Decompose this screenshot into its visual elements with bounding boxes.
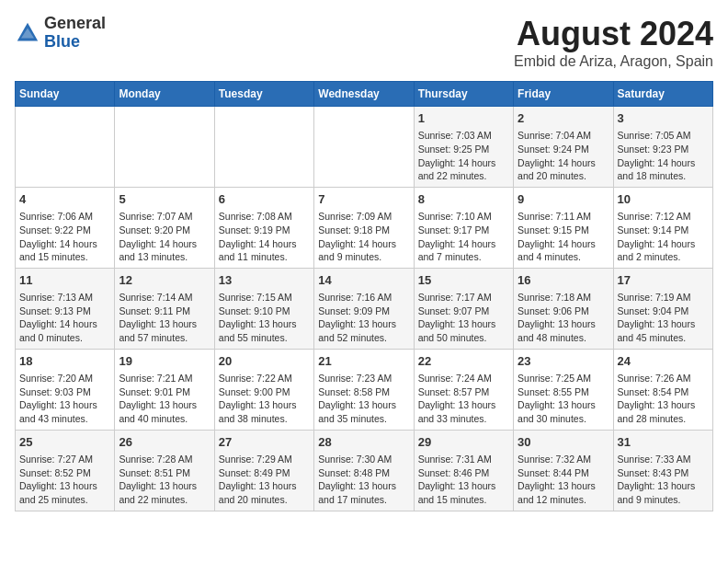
calendar-cell: 5Sunrise: 7:07 AM Sunset: 9:20 PM Daylig… (115, 187, 214, 268)
day-number: 20 (219, 353, 310, 370)
calendar-cell: 21Sunrise: 7:23 AM Sunset: 8:58 PM Dayli… (314, 349, 414, 430)
day-number: 12 (119, 272, 210, 289)
calendar-cell: 26Sunrise: 7:28 AM Sunset: 8:51 PM Dayli… (115, 430, 214, 511)
calendar-cell (314, 107, 414, 188)
day-number: 1 (418, 110, 509, 127)
header-cell-thursday: Thursday (414, 82, 513, 107)
day-info: Sunrise: 7:10 AM Sunset: 9:17 PM Dayligh… (418, 210, 509, 264)
calendar-week-2: 4Sunrise: 7:06 AM Sunset: 9:22 PM Daylig… (16, 187, 713, 268)
calendar-table: SundayMondayTuesdayWednesdayThursdayFrid… (15, 81, 713, 511)
header-row: SundayMondayTuesdayWednesdayThursdayFrid… (16, 82, 713, 107)
calendar-cell: 18Sunrise: 7:20 AM Sunset: 9:03 PM Dayli… (16, 349, 115, 430)
day-number: 13 (219, 272, 310, 289)
day-info: Sunrise: 7:24 AM Sunset: 8:57 PM Dayligh… (418, 372, 509, 426)
calendar-cell (16, 107, 115, 188)
logo-blue: Blue (44, 33, 106, 52)
calendar-cell: 11Sunrise: 7:13 AM Sunset: 9:13 PM Dayli… (16, 268, 115, 349)
logo-general: General (44, 15, 106, 33)
day-info: Sunrise: 7:25 AM Sunset: 8:55 PM Dayligh… (518, 372, 609, 426)
day-info: Sunrise: 7:14 AM Sunset: 9:11 PM Dayligh… (119, 291, 210, 345)
calendar-cell: 7Sunrise: 7:09 AM Sunset: 9:18 PM Daylig… (314, 187, 414, 268)
day-info: Sunrise: 7:28 AM Sunset: 8:51 PM Dayligh… (119, 453, 210, 507)
day-number: 6 (219, 191, 310, 208)
day-info: Sunrise: 7:03 AM Sunset: 9:25 PM Dayligh… (418, 129, 509, 183)
day-number: 14 (318, 272, 409, 289)
day-number: 27 (219, 434, 310, 451)
header-cell-tuesday: Tuesday (214, 82, 313, 107)
calendar-cell: 16Sunrise: 7:18 AM Sunset: 9:06 PM Dayli… (514, 268, 613, 349)
header-cell-saturday: Saturday (613, 82, 712, 107)
day-number: 26 (119, 434, 210, 451)
day-number: 2 (518, 110, 609, 127)
logo-icon (15, 20, 40, 46)
calendar-cell (214, 107, 313, 188)
calendar-cell (115, 107, 214, 188)
day-info: Sunrise: 7:05 AM Sunset: 9:23 PM Dayligh… (618, 129, 709, 183)
day-info: Sunrise: 7:08 AM Sunset: 9:19 PM Dayligh… (219, 210, 310, 264)
calendar-cell: 25Sunrise: 7:27 AM Sunset: 8:52 PM Dayli… (16, 430, 115, 511)
day-number: 7 (318, 191, 409, 208)
day-info: Sunrise: 7:18 AM Sunset: 9:06 PM Dayligh… (518, 291, 609, 345)
calendar-cell: 4Sunrise: 7:06 AM Sunset: 9:22 PM Daylig… (16, 187, 115, 268)
calendar-cell: 2Sunrise: 7:04 AM Sunset: 9:24 PM Daylig… (514, 107, 613, 188)
header-cell-monday: Monday (115, 82, 214, 107)
calendar-cell: 9Sunrise: 7:11 AM Sunset: 9:15 PM Daylig… (514, 187, 613, 268)
calendar-week-4: 18Sunrise: 7:20 AM Sunset: 9:03 PM Dayli… (16, 349, 713, 430)
calendar-cell: 10Sunrise: 7:12 AM Sunset: 9:14 PM Dayli… (613, 187, 712, 268)
day-info: Sunrise: 7:13 AM Sunset: 9:13 PM Dayligh… (19, 291, 110, 345)
calendar-week-5: 25Sunrise: 7:27 AM Sunset: 8:52 PM Dayli… (16, 430, 713, 511)
title-block: August 2024 Embid de Ariza, Aragon, Spai… (514, 15, 713, 70)
calendar-cell: 28Sunrise: 7:30 AM Sunset: 8:48 PM Dayli… (314, 430, 414, 511)
day-info: Sunrise: 7:11 AM Sunset: 9:15 PM Dayligh… (518, 210, 609, 264)
day-number: 3 (618, 110, 709, 127)
day-info: Sunrise: 7:09 AM Sunset: 9:18 PM Dayligh… (318, 210, 409, 264)
day-info: Sunrise: 7:32 AM Sunset: 8:44 PM Dayligh… (518, 453, 609, 507)
day-info: Sunrise: 7:06 AM Sunset: 9:22 PM Dayligh… (19, 210, 110, 264)
page-subtitle: Embid de Ariza, Aragon, Spain (514, 53, 713, 70)
header-cell-wednesday: Wednesday (314, 82, 414, 107)
day-info: Sunrise: 7:20 AM Sunset: 9:03 PM Dayligh… (19, 372, 110, 426)
calendar-cell: 14Sunrise: 7:16 AM Sunset: 9:09 PM Dayli… (314, 268, 414, 349)
day-number: 21 (318, 353, 409, 370)
day-info: Sunrise: 7:33 AM Sunset: 8:43 PM Dayligh… (618, 453, 709, 507)
header-cell-sunday: Sunday (16, 82, 115, 107)
day-number: 9 (518, 191, 609, 208)
day-number: 4 (19, 191, 110, 208)
calendar-cell: 29Sunrise: 7:31 AM Sunset: 8:46 PM Dayli… (414, 430, 513, 511)
calendar-cell: 22Sunrise: 7:24 AM Sunset: 8:57 PM Dayli… (414, 349, 513, 430)
day-info: Sunrise: 7:26 AM Sunset: 8:54 PM Dayligh… (618, 372, 709, 426)
day-number: 29 (418, 434, 509, 451)
calendar-cell: 17Sunrise: 7:19 AM Sunset: 9:04 PM Dayli… (613, 268, 712, 349)
calendar-week-1: 1Sunrise: 7:03 AM Sunset: 9:25 PM Daylig… (16, 107, 713, 188)
calendar-cell: 6Sunrise: 7:08 AM Sunset: 9:19 PM Daylig… (214, 187, 313, 268)
day-info: Sunrise: 7:30 AM Sunset: 8:48 PM Dayligh… (318, 453, 409, 507)
day-info: Sunrise: 7:31 AM Sunset: 8:46 PM Dayligh… (418, 453, 509, 507)
calendar-cell: 15Sunrise: 7:17 AM Sunset: 9:07 PM Dayli… (414, 268, 513, 349)
day-number: 23 (518, 353, 609, 370)
day-info: Sunrise: 7:15 AM Sunset: 9:10 PM Dayligh… (219, 291, 310, 345)
calendar-cell: 1Sunrise: 7:03 AM Sunset: 9:25 PM Daylig… (414, 107, 513, 188)
day-number: 25 (19, 434, 110, 451)
calendar-cell: 12Sunrise: 7:14 AM Sunset: 9:11 PM Dayli… (115, 268, 214, 349)
calendar-cell: 8Sunrise: 7:10 AM Sunset: 9:17 PM Daylig… (414, 187, 513, 268)
day-number: 17 (618, 272, 709, 289)
day-info: Sunrise: 7:23 AM Sunset: 8:58 PM Dayligh… (318, 372, 409, 426)
day-number: 8 (418, 191, 509, 208)
calendar-cell: 19Sunrise: 7:21 AM Sunset: 9:01 PM Dayli… (115, 349, 214, 430)
page-header: General Blue August 2024 Embid de Ariza,… (15, 15, 713, 70)
calendar-cell: 20Sunrise: 7:22 AM Sunset: 9:00 PM Dayli… (214, 349, 313, 430)
day-number: 11 (19, 272, 110, 289)
calendar-cell: 13Sunrise: 7:15 AM Sunset: 9:10 PM Dayli… (214, 268, 313, 349)
page-title: August 2024 (514, 15, 713, 53)
day-number: 22 (418, 353, 509, 370)
calendar-cell: 31Sunrise: 7:33 AM Sunset: 8:43 PM Dayli… (613, 430, 712, 511)
day-info: Sunrise: 7:07 AM Sunset: 9:20 PM Dayligh… (119, 210, 210, 264)
calendar-cell: 27Sunrise: 7:29 AM Sunset: 8:49 PM Dayli… (214, 430, 313, 511)
day-number: 24 (618, 353, 709, 370)
day-info: Sunrise: 7:22 AM Sunset: 9:00 PM Dayligh… (219, 372, 310, 426)
calendar-cell: 30Sunrise: 7:32 AM Sunset: 8:44 PM Dayli… (514, 430, 613, 511)
logo: General Blue (15, 15, 106, 52)
header-cell-friday: Friday (514, 82, 613, 107)
day-info: Sunrise: 7:04 AM Sunset: 9:24 PM Dayligh… (518, 129, 609, 183)
day-number: 30 (518, 434, 609, 451)
